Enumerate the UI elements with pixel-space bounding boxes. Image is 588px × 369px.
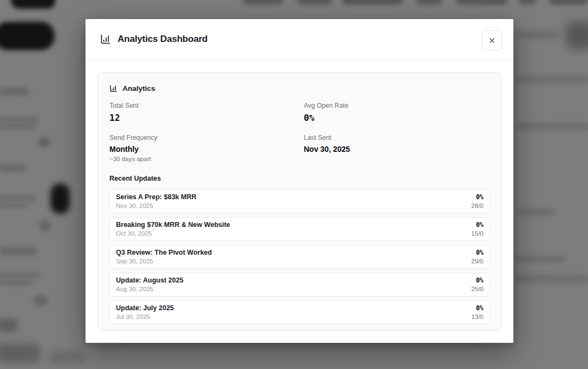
modal-body: Analytics Total Sent 12 Avg Open Rate 0%… xyxy=(85,60,513,330)
stat-avg-open-rate: Avg Open Rate 0% xyxy=(304,102,490,123)
blurred-nav-item xyxy=(518,0,536,4)
update-date: Jul 30, 2025 xyxy=(116,313,174,320)
update-title: Update: August 2025 xyxy=(116,276,183,284)
update-open-rate: 0% xyxy=(471,249,483,256)
update-title: Update: July 2025 xyxy=(116,304,174,312)
blurred-right-text xyxy=(516,209,555,216)
update-row-right: 0% 28/0 xyxy=(471,193,483,209)
stat-label: Avg Open Rate xyxy=(304,102,490,109)
blurred-sidebar-text xyxy=(0,88,29,95)
blurred-sidebar-text xyxy=(0,319,17,332)
update-row-left: Q3 Review: The Pivot Worked Sep 30, 2025 xyxy=(116,249,212,265)
update-row-left: Update: August 2025 Aug 30, 2025 xyxy=(116,276,183,292)
update-row: Series A Prep: $83k MRR Nov 30, 2025 0% … xyxy=(109,189,490,213)
analytics-heading-label: Analytics xyxy=(122,84,155,93)
bar-chart-icon xyxy=(109,84,118,93)
update-row: Breaking $70k MRR & New Website Oct 30, … xyxy=(109,217,490,241)
stat-label: Last Sent xyxy=(304,134,490,142)
analytics-card-heading: Analytics xyxy=(109,84,490,93)
update-row: Update: July 2025 Jul 30, 2025 0% 13/0 xyxy=(109,300,490,324)
update-open-rate: 0% xyxy=(471,304,483,312)
update-row: Update: August 2025 Aug 30, 2025 0% 25/0 xyxy=(109,273,490,297)
update-row-right: 0% 15/0 xyxy=(471,221,483,237)
blurred-nav-item xyxy=(416,0,443,4)
blurred-right-text xyxy=(517,123,588,130)
stat-value: Monthly xyxy=(109,145,304,153)
update-open-rate: 0% xyxy=(471,276,483,284)
update-count: 13/0 xyxy=(471,313,483,320)
stats-grid: Total Sent 12 Avg Open Rate 0% Send Freq… xyxy=(109,102,490,162)
update-row: Q3 Review: The Pivot Worked Sep 30, 2025… xyxy=(109,245,490,269)
blurred-sidebar-text xyxy=(0,280,32,285)
blurred-nav-item xyxy=(297,0,332,4)
blurred-right-text xyxy=(516,76,588,83)
stat-label: Total Sent xyxy=(109,102,304,109)
blurred-nav-item xyxy=(342,0,403,4)
blurred-nav-item xyxy=(456,0,508,4)
update-row-left: Breaking $70k MRR & New Website Oct 30, … xyxy=(116,221,230,237)
stat-value: 0% xyxy=(304,113,490,123)
blurred-sidebar-text xyxy=(0,124,36,129)
blurred-sidebar-text xyxy=(0,195,36,201)
update-row-right: 0% 25/0 xyxy=(471,276,483,292)
blurred-nav-item xyxy=(549,0,588,4)
blurred-search-text xyxy=(515,31,559,38)
blurred-sidebar-text xyxy=(0,116,39,122)
blurred-nav-item xyxy=(242,0,283,4)
analytics-card: Analytics Total Sent 12 Avg Open Rate 0%… xyxy=(97,72,501,330)
update-row-left: Update: July 2025 Jul 30, 2025 xyxy=(116,304,174,320)
stat-total-sent: Total Sent 12 xyxy=(109,102,304,123)
stat-send-frequency: Send Frequency Monthly ~30 days apart xyxy=(109,134,304,162)
blurred-right-text xyxy=(515,256,565,262)
blurred-sidebar-text xyxy=(0,202,28,208)
recent-updates-list: Series A Prep: $83k MRR Nov 30, 2025 0% … xyxy=(109,189,490,324)
analytics-dashboard-modal: Analytics Dashboard Analyti xyxy=(85,19,513,343)
update-row-right: 0% 29/0 xyxy=(471,249,483,265)
update-open-rate: 0% xyxy=(471,193,483,201)
update-date: Oct 30, 2025 xyxy=(116,230,230,237)
close-button[interactable] xyxy=(482,30,502,51)
recent-updates-heading: Recent Updates xyxy=(109,175,490,182)
blurred-app-logo xyxy=(11,0,56,9)
blurred-sidebar-button xyxy=(0,22,54,50)
blurred-right-text xyxy=(513,275,588,282)
stat-value: Nov 30, 2025 xyxy=(304,145,490,153)
update-count: 25/0 xyxy=(471,286,483,292)
update-count: 15/0 xyxy=(471,230,483,237)
blurred-sidebar-text xyxy=(0,248,37,255)
update-open-rate: 0% xyxy=(471,221,483,229)
blurred-sidebar-icon xyxy=(38,137,50,147)
blurred-sidebar-text xyxy=(49,351,84,363)
update-count: 29/0 xyxy=(471,258,483,265)
stat-label: Send Frequency xyxy=(109,134,304,142)
update-title: Series A Prep: $83k MRR xyxy=(116,193,197,201)
stat-last-sent: Last Sent Nov 30, 2025 xyxy=(304,134,490,162)
bar-chart-icon xyxy=(100,34,111,45)
blurred-sidebar-icon xyxy=(34,296,48,305)
update-title: Q3 Review: The Pivot Worked xyxy=(116,249,212,256)
stat-note: ~30 days apart xyxy=(109,156,304,162)
modal-title: Analytics Dashboard xyxy=(118,34,207,45)
stat-value: 12 xyxy=(109,113,304,123)
update-date: Aug 30, 2025 xyxy=(116,286,183,292)
update-count: 28/0 xyxy=(471,202,483,209)
update-row-left: Series A Prep: $83k MRR Nov 30, 2025 xyxy=(116,193,197,209)
update-date: Sep 30, 2025 xyxy=(116,258,212,265)
blurred-sidebar-text xyxy=(0,344,40,362)
modal-header: Analytics Dashboard xyxy=(85,19,513,60)
blurred-dark-pill xyxy=(51,183,70,214)
update-date: Nov 30, 2025 xyxy=(116,202,197,209)
update-title: Breaking $70k MRR & New Website xyxy=(116,221,230,229)
update-row-right: 0% 13/0 xyxy=(471,304,483,320)
blurred-sidebar-icon xyxy=(39,221,51,231)
blurred-sidebar-text xyxy=(0,273,41,278)
blurred-avatar xyxy=(566,22,588,49)
blurred-sidebar-text xyxy=(0,164,26,171)
close-icon xyxy=(488,36,496,45)
